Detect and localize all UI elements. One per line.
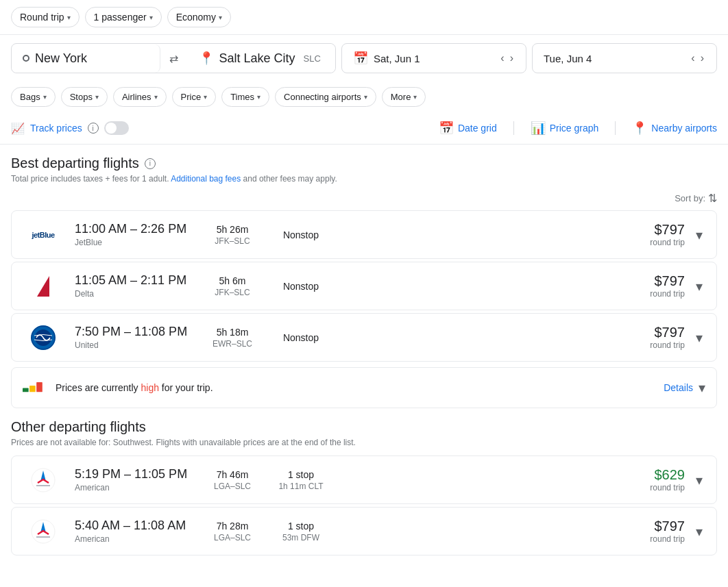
stops-detail-a1: 53m DFW (267, 533, 335, 542)
times-chevron: ▾ (257, 93, 260, 101)
airline-name-1: Delta (75, 289, 198, 299)
american-airlines-icon (31, 468, 56, 492)
airline-name-0: JetBlue (75, 238, 198, 247)
alert-prefix: Prices are currently (56, 382, 138, 393)
flight-card-american-1[interactable]: 5:40 AM – 11:08 AM American 7h 28m LGA–S… (11, 507, 717, 555)
search-row: New York ⇄ 📍 Salt Lake City SLC 📅 Sat, J… (0, 35, 728, 82)
duration-text-a1: 7h 28m (198, 521, 267, 532)
price-graph-option[interactable]: 📊 Price graph (531, 121, 599, 136)
american-airlines-icon-2 (31, 519, 56, 544)
price-label-1: round trip (650, 289, 685, 299)
times-text-american-0: 5:19 PM – 11:05 PM (75, 467, 198, 482)
price-indicator-icon (23, 377, 47, 394)
flight-price-1: $797 round trip (650, 273, 685, 299)
times-text-american-1: 5:40 AM – 11:08 AM (75, 519, 198, 533)
duration-text-0: 5h 26m (198, 224, 267, 235)
flight-duration-2: 5h 18m EWR–SLC (198, 327, 267, 349)
price-filter[interactable]: Price ▾ (172, 87, 217, 107)
expand-button-a1[interactable]: ▾ (693, 521, 705, 542)
return-date-field[interactable]: Tue, Jun 4 ‹ › (532, 43, 717, 73)
sort-icon[interactable]: ⇅ (708, 192, 717, 205)
delta-logo (23, 276, 64, 297)
more-label: More (391, 92, 411, 102)
flight-card-united[interactable]: 7:50 PM – 11:08 PM United 5h 18m EWR–SLC… (11, 313, 717, 362)
times-filter[interactable]: Times ▾ (221, 87, 269, 107)
flight-stops-1: Nonstop (267, 281, 335, 292)
duration-text-a0: 7h 46m (198, 469, 267, 480)
depart-prev-button[interactable]: ‹ (499, 51, 505, 66)
airline-name-a1: American (75, 534, 198, 544)
price-status: high (141, 382, 158, 393)
top-bar: Round trip ▾ 1 passenger ▾ Economy ▾ (0, 0, 728, 35)
times-label: Times (230, 92, 254, 102)
flight-card-american-0[interactable]: 5:19 PM – 11:05 PM American 7h 46m LGA–S… (11, 455, 717, 504)
alert-suffix: for your trip. (162, 382, 213, 393)
nearby-airports-option[interactable]: 📍 Nearby airports (632, 121, 717, 136)
filters-row: Bags ▾ Stops ▾ Airlines ▾ Price ▾ Times … (0, 82, 728, 112)
price-label: Price (181, 92, 202, 102)
united-logo (23, 325, 64, 350)
duration-text-1: 5h 6m (198, 275, 267, 286)
price-text-2: $797 (650, 325, 685, 340)
origin-dot-icon (23, 55, 29, 62)
bags-filter[interactable]: Bags ▾ (11, 87, 56, 107)
depart-time-a1: 5:40 AM (75, 519, 120, 532)
jetblue-wordmark: jetBlue (32, 231, 54, 239)
expand-button-1[interactable]: ▾ (693, 275, 705, 297)
subtitle-prefix: Total price includes taxes + fees for 1 … (11, 174, 169, 184)
cabin-label: Economy (176, 12, 216, 23)
destination-field[interactable]: 📍 Salt Lake City SLC (188, 44, 336, 73)
route-text-2: EWR–SLC (198, 339, 267, 349)
bag-fees-link[interactable]: Additional bag fees (171, 174, 241, 184)
return-next-button[interactable]: › (699, 51, 705, 66)
track-info-icon[interactable]: i (88, 123, 99, 134)
passengers-button[interactable]: 1 passenger ▾ (85, 7, 162, 27)
price-alert-banner: Prices are currently high for your trip.… (11, 367, 717, 408)
route-text-1: JFK–SLC (198, 288, 267, 297)
destination-pin-icon: 📍 (199, 51, 214, 66)
flight-card-jetblue[interactable]: jetBlue 11:00 AM – 2:26 PM JetBlue 5h 26… (11, 210, 717, 259)
sort-row: Sort by: ⇅ (11, 192, 717, 205)
cabin-button[interactable]: Economy ▾ (167, 7, 231, 27)
flight-stops-a0: 1 stop 1h 11m CLT (267, 469, 335, 491)
expand-button-a0[interactable]: ▾ (693, 469, 705, 491)
depart-next-button[interactable]: › (509, 51, 515, 66)
other-title: Other departing flights (11, 419, 717, 435)
date-grid-option[interactable]: 📅 Date grid (439, 121, 497, 136)
airlines-filter[interactable]: Airlines ▾ (113, 87, 167, 107)
flight-card-delta[interactable]: 11:05 AM – 2:11 PM Delta 5h 6m JFK–SLC N… (11, 262, 717, 310)
more-filter[interactable]: More ▾ (382, 87, 426, 107)
svg-rect-3 (29, 386, 36, 392)
flight-price-a1: $797 round trip (650, 519, 685, 544)
track-prices-label[interactable]: Track prices (30, 123, 82, 134)
times-text-2: 7:50 PM – 11:08 PM (75, 325, 198, 339)
stops-chevron: ▾ (95, 93, 99, 101)
details-button[interactable]: Details (664, 382, 693, 393)
passengers-chevron: ▾ (149, 14, 153, 21)
bags-label: Bags (20, 92, 40, 102)
stops-filter[interactable]: Stops ▾ (61, 87, 108, 107)
origin-field[interactable]: New York (12, 45, 160, 73)
swap-button[interactable]: ⇄ (160, 45, 188, 72)
nearby-icon: 📍 (632, 121, 647, 136)
results-area: Best departing flights i Total price inc… (0, 145, 728, 569)
stops-detail-a0: 1h 11m CLT (267, 482, 335, 491)
trip-type-button[interactable]: Round trip ▾ (11, 7, 80, 27)
dash-2: – (124, 325, 134, 338)
expand-button-0[interactable]: ▾ (693, 224, 705, 246)
price-alert-text: Prices are currently high for your trip. (56, 382, 664, 393)
flight-times-1: 11:05 AM – 2:11 PM Delta (75, 273, 198, 299)
depart-date-field[interactable]: 📅 Sat, Jun 1 ‹ › (341, 43, 526, 73)
price-label-2: round trip (650, 340, 685, 350)
flight-price-2: $797 round trip (650, 325, 685, 350)
stops-text-0: Nonstop (267, 229, 335, 240)
track-prices-toggle[interactable] (104, 121, 129, 135)
sort-label: Sort by: (675, 193, 705, 203)
return-prev-button[interactable]: ‹ (690, 51, 696, 66)
connecting-filter[interactable]: Connecting airports ▾ (275, 87, 376, 107)
expand-button-2[interactable]: ▾ (693, 327, 705, 349)
flight-times-0: 11:00 AM – 2:26 PM JetBlue (75, 222, 198, 247)
best-info-icon[interactable]: i (145, 158, 156, 169)
alert-expand-button[interactable]: ▾ (699, 379, 705, 396)
flight-duration-a0: 7h 46m LGA–SLC (198, 469, 267, 491)
